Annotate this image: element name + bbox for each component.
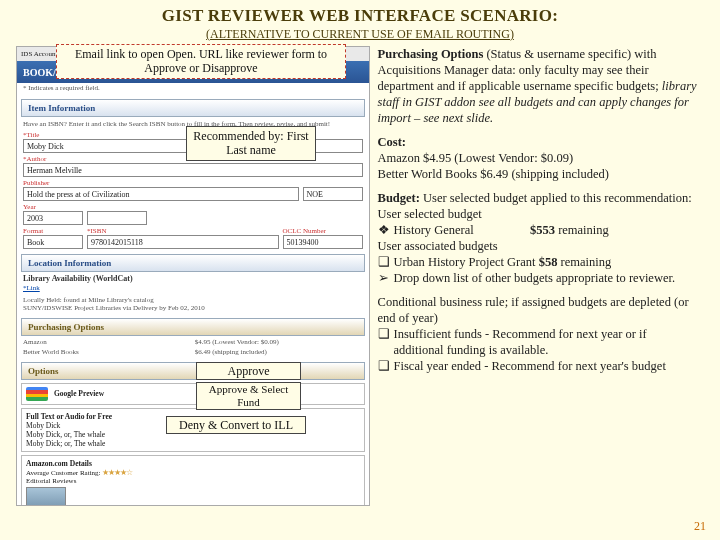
label-year: Year — [23, 203, 83, 211]
amazon-block: Amazon.com Details Average Customer Rati… — [21, 455, 365, 506]
input-publisher[interactable]: Hold the press at of Civilization — [23, 187, 299, 201]
input-isbn[interactable]: 9780142015118 — [87, 235, 279, 249]
input-author[interactable]: Herman Melville — [23, 163, 363, 177]
label-oclc: OCLC Number — [283, 227, 363, 235]
para-conditional: Conditional business rule; if assigned b… — [378, 294, 698, 374]
page-number: 21 — [694, 519, 706, 534]
callout-deny: Deny & Convert to ILL — [166, 416, 306, 434]
callout-approve: Approve — [196, 362, 301, 380]
screenshot-form: IDS Account Options: Return to Main Menu… — [16, 46, 370, 506]
label-format: Format — [23, 227, 83, 235]
book-cover-thumb — [26, 487, 66, 506]
google-preview-block[interactable]: Google Preview — [21, 383, 365, 405]
options-header: Options — [21, 362, 365, 380]
required-note: * Indicates a required field. — [17, 83, 369, 95]
para-budget: Budget: User selected budget applied to … — [378, 190, 698, 286]
callout-email-link: Email link to open Open. URL like review… — [56, 44, 346, 79]
input-not[interactable]: NOE — [303, 187, 363, 201]
label-publisher: Publisher — [23, 179, 299, 187]
input-oclc[interactable]: 50139400 — [283, 235, 363, 249]
link-indicator[interactable]: *Link — [23, 284, 40, 292]
para-cost: Cost:Amazon $4.95 (Lowest Vendor: $0.09)… — [378, 134, 698, 182]
label-isbn: *ISBN — [87, 227, 279, 235]
worldcat-body: Locally Held: found at Milne Library's c… — [17, 295, 369, 314]
right-column: Purchasing Options (Status & username sp… — [378, 46, 704, 506]
subtitle: (ALTERNATIVE TO CURRENT USE OF EMAIL ROU… — [16, 27, 704, 42]
callout-recommended: Recommended by: First Last name — [186, 126, 316, 161]
para-purchasing: Purchasing Options (Status & username sp… — [378, 46, 698, 126]
section-item-info: Item Information — [21, 99, 365, 117]
input-year[interactable]: 2003 — [23, 211, 83, 225]
left-column: IDS Account Options: Return to Main Menu… — [16, 46, 370, 506]
page-title: GIST REVIEWER WEB INTERFACE SCENARIO: — [16, 6, 704, 26]
purchasing-header: Purchasing Options — [21, 318, 365, 336]
input-format[interactable]: Book — [23, 235, 83, 249]
worldcat-header: Library Availability (WorldCat) — [17, 274, 369, 283]
section-location: Location Information — [21, 254, 365, 272]
callout-approve-fund: Approve & Select Fund — [196, 382, 301, 410]
google-icon — [26, 387, 48, 401]
star-icon: ★★★★☆ — [102, 468, 132, 477]
